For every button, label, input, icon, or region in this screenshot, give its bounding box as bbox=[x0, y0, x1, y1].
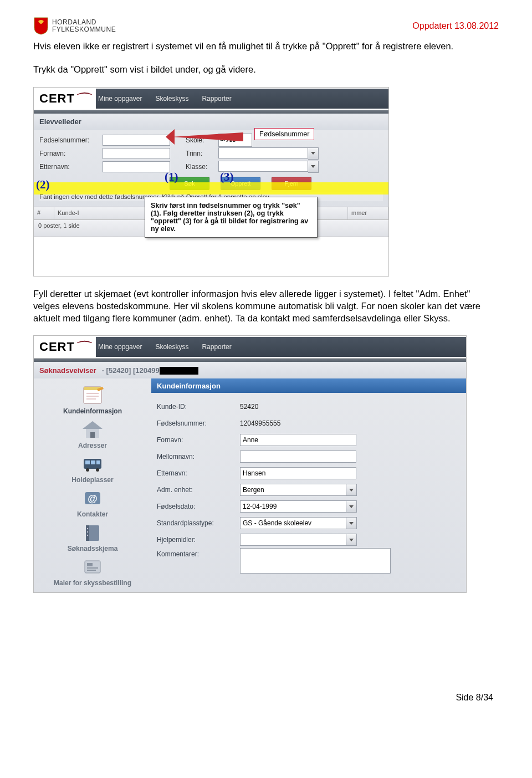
updated-date: Oppdatert 13.08.2012 bbox=[412, 21, 499, 31]
label-hjelpemidler: Hjelpemidler: bbox=[157, 536, 240, 544]
cert-logo: CERT ⌒ bbox=[34, 90, 91, 107]
value-fnr: 12049955555 bbox=[240, 419, 280, 427]
label-trinn: Trinn: bbox=[186, 150, 216, 157]
label-fornavn: Fornavn: bbox=[39, 150, 100, 157]
svg-rect-7 bbox=[90, 432, 95, 438]
screenshot-soknadsveiviser: CERT ⌒ Mine oppgaver Skoleskyss Rapporte… bbox=[33, 335, 467, 593]
th-kundeid: Kunde-I bbox=[54, 207, 156, 219]
svg-point-12 bbox=[86, 468, 89, 472]
notebook-icon bbox=[80, 521, 105, 544]
input-mellomnavn[interactable] bbox=[240, 451, 356, 463]
svg-point-18 bbox=[87, 528, 88, 529]
screenshot-elevveileder: CERT ⌒ Mine oppgaver Skoleskyss Rapporte… bbox=[33, 87, 389, 277]
input-fdato[interactable] bbox=[240, 500, 346, 513]
input-stdplass[interactable] bbox=[240, 517, 346, 529]
label-fodselsnummer: Fødselsnummer: bbox=[39, 136, 100, 144]
svg-rect-21 bbox=[85, 561, 100, 573]
paragraph-2: Trykk da "Opprett" som vist i bildet und… bbox=[33, 63, 499, 75]
page-number: Side 8/34 bbox=[33, 693, 499, 703]
textarea-kommentarer[interactable] bbox=[240, 548, 391, 574]
label-kundeid: Kunde-ID: bbox=[157, 403, 240, 411]
section-heading: Kundeinformasjon bbox=[151, 378, 466, 393]
bus-icon bbox=[80, 453, 105, 475]
svg-rect-23 bbox=[87, 567, 98, 569]
chevron-down-icon[interactable] bbox=[346, 517, 357, 529]
svg-rect-22 bbox=[87, 563, 93, 566]
svg-text:@: @ bbox=[88, 493, 98, 504]
input-etternavn[interactable] bbox=[103, 161, 170, 172]
step-adresser[interactable]: Adresser bbox=[37, 418, 148, 449]
step-soknadsskjema[interactable]: Søknadsskjema bbox=[37, 521, 148, 552]
label-klasse: Klasse: bbox=[186, 163, 216, 171]
chevron-down-icon[interactable] bbox=[346, 484, 357, 496]
annotation-3: (3) bbox=[220, 170, 234, 184]
page-title: Elevveileder bbox=[39, 117, 81, 126]
org-logo: HORDALAND FYLKESKOMMUNE bbox=[33, 17, 116, 35]
step-maler[interactable]: Maler for skyssbestilling bbox=[37, 556, 148, 587]
th-mmer: mmer bbox=[348, 207, 388, 219]
label-fornavn: Fornavn: bbox=[157, 436, 240, 444]
label-mellomnavn: Mellomnavn: bbox=[157, 453, 240, 460]
breadcrumb-main[interactable]: Søknadsveiviser bbox=[39, 366, 96, 375]
label-kommentarer: Kommentarer: bbox=[157, 548, 240, 558]
input-fornavn[interactable] bbox=[240, 434, 356, 446]
input-hjelpemidler[interactable] bbox=[240, 534, 346, 546]
tab-mine-oppgaver[interactable]: Mine oppgaver bbox=[98, 95, 142, 103]
org-line2: FYLKESKOMMUNE bbox=[52, 26, 116, 33]
label-etternavn: Etternavn: bbox=[157, 469, 240, 477]
input-trinn[interactable] bbox=[218, 147, 308, 158]
value-kundeid: 52420 bbox=[240, 403, 258, 411]
arrow-icon bbox=[171, 132, 243, 141]
tooltip-fodselsnummer: Fødselsnummer bbox=[254, 128, 314, 140]
notes-icon bbox=[80, 384, 105, 406]
at-icon: @ bbox=[80, 487, 105, 509]
tab-rapporter[interactable]: Rapporter bbox=[202, 343, 231, 351]
input-admenhet[interactable] bbox=[240, 484, 346, 496]
tab-rapporter[interactable]: Rapporter bbox=[202, 95, 231, 103]
svg-rect-17 bbox=[86, 525, 89, 541]
paragraph-3: Fyll deretter ut skjemaet (evt kontrolle… bbox=[33, 288, 499, 325]
tab-skoleskyss[interactable]: Skoleskyss bbox=[155, 343, 188, 351]
annotation-1: (1) bbox=[165, 170, 178, 184]
svg-rect-10 bbox=[91, 460, 95, 464]
chevron-down-icon[interactable] bbox=[346, 534, 357, 546]
step-kundeinfo[interactable]: Kundeinformasjon bbox=[37, 384, 148, 415]
chevron-down-icon[interactable] bbox=[346, 500, 357, 513]
chevron-down-icon[interactable] bbox=[308, 147, 319, 160]
tooltip-instructions: Skriv først inn fødselsnummer og trykk "… bbox=[145, 197, 318, 238]
svg-point-20 bbox=[87, 535, 88, 536]
svg-rect-24 bbox=[87, 570, 96, 571]
step-holdeplasser[interactable]: Holdeplasser bbox=[37, 453, 148, 484]
svg-rect-9 bbox=[85, 460, 90, 464]
svg-point-19 bbox=[87, 531, 88, 533]
redacted-block bbox=[160, 367, 198, 375]
label-fnr: Fødselsnummer: bbox=[157, 419, 240, 427]
svg-marker-5 bbox=[83, 421, 103, 429]
annotation-2: (2) bbox=[36, 178, 50, 192]
label-stdplass: Standardplasstype: bbox=[157, 519, 240, 527]
input-fornavn[interactable] bbox=[103, 148, 170, 159]
input-etternavn[interactable] bbox=[240, 467, 356, 479]
svg-point-13 bbox=[96, 468, 99, 472]
tab-skoleskyss[interactable]: Skoleskyss bbox=[155, 95, 188, 103]
svg-rect-11 bbox=[96, 460, 100, 464]
house-icon bbox=[80, 418, 105, 441]
step-kontakter[interactable]: @ Kontakter bbox=[37, 487, 148, 518]
chevron-down-icon[interactable] bbox=[308, 161, 319, 173]
tab-mine-oppgaver[interactable]: Mine oppgaver bbox=[98, 343, 142, 351]
breadcrumb-id: - [52420] [120499 bbox=[102, 366, 198, 375]
input-fodselsnummer[interactable] bbox=[103, 135, 170, 146]
label-admenhet: Adm. enhet: bbox=[157, 486, 240, 494]
paragraph-1: Hvis eleven ikke er registrert i systeme… bbox=[33, 40, 499, 52]
label-etternavn: Etternavn: bbox=[39, 163, 100, 171]
cert-logo: CERT ⌒ bbox=[34, 339, 91, 355]
template-icon bbox=[80, 556, 105, 578]
label-fdato: Fødselsdato: bbox=[157, 503, 240, 510]
